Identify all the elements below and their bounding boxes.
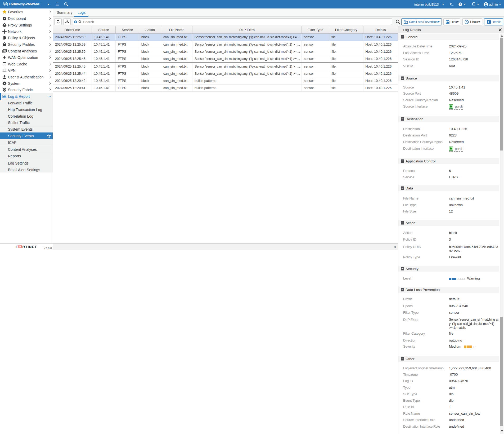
svg-text:?: ? — [460, 3, 461, 6]
svg-text:RTINET: RTINET — [22, 245, 37, 249]
svg-text:F: F — [16, 245, 18, 249]
